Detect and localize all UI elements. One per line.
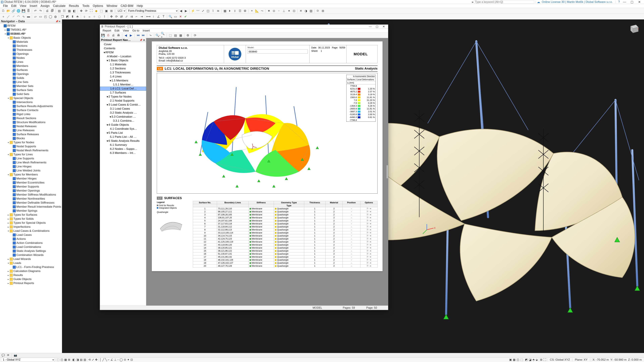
tree-twisty-icon[interactable]: ▸ xyxy=(7,270,10,272)
camera-icon[interactable]: 📷 xyxy=(13,354,18,357)
view-cube[interactable]: -x xyxy=(627,22,641,35)
report-tree-item[interactable]: ▾1 Basic Objects xyxy=(100,58,146,62)
pin-icon[interactable]: 📌 xyxy=(56,20,58,23)
tools-1-icon[interactable]: ☲ xyxy=(238,8,242,13)
tree-item[interactable]: Member Sets xyxy=(0,84,62,88)
report-tree-item[interactable]: 6.3 Members – Int… xyxy=(100,151,146,155)
tree-twisty-icon[interactable]: ▾ xyxy=(7,230,10,232)
sb-l-icon[interactable]: │ xyxy=(100,358,102,362)
tree-item[interactable]: Member Hinges xyxy=(0,177,62,181)
arc-icon[interactable]: ◠ xyxy=(16,14,21,19)
sb-e-icon[interactable]: ◧ xyxy=(72,358,75,362)
sb-m-icon[interactable]: ╱ xyxy=(102,358,104,362)
snap-node-icon[interactable]: ✷ xyxy=(266,8,271,13)
sb-r-icon[interactable]: ◦ xyxy=(118,358,118,362)
project-nav-icon[interactable]: ☷ xyxy=(62,8,66,13)
menu-window[interactable]: Window xyxy=(105,4,119,8)
report-tree-item[interactable]: ▾RFEM xyxy=(100,50,146,54)
sb-t-icon[interactable]: ⊙ xyxy=(124,358,126,362)
menu-results[interactable]: Results xyxy=(67,4,81,8)
sb-w-icon[interactable]: ▣ xyxy=(509,358,512,362)
tree-twisty-icon[interactable]: ▾ xyxy=(107,123,108,127)
tree-item[interactable]: Actions xyxy=(0,237,62,241)
tree-twisty-icon[interactable]: ▸ xyxy=(7,258,10,260)
tree-item[interactable]: Action Combinations xyxy=(0,241,62,245)
tree-item[interactable]: Member Springs xyxy=(0,209,62,213)
rotate-view-icon[interactable]: ⟳ xyxy=(84,8,88,13)
sb-h-icon[interactable]: ▥ xyxy=(84,358,86,362)
sb-j-icon[interactable]: ⤢ xyxy=(92,358,94,362)
tree-twisty-icon[interactable]: ▾ xyxy=(7,37,10,39)
snap-grid-icon[interactable]: ⊡ xyxy=(292,8,296,13)
select-rect-icon[interactable]: ▭ xyxy=(173,14,178,19)
report-minimize-button[interactable]: — xyxy=(367,25,374,28)
tree-item[interactable]: ▸Imperfections xyxy=(0,225,62,229)
report-prev-icon[interactable]: ◀ xyxy=(124,33,128,38)
wireframe-icon[interactable]: ⬚ xyxy=(99,8,104,13)
tree-item[interactable]: Member Nonlinearities xyxy=(0,197,62,201)
member-icon[interactable]: ▬ xyxy=(26,14,31,19)
menu-assign[interactable]: Assign xyxy=(39,4,51,8)
loadcase-id-combo[interactable]: LC1 xyxy=(116,9,126,13)
tree-item[interactable]: ▸Types for Solids xyxy=(0,217,62,221)
report-tree-item[interactable]: Contents xyxy=(100,46,146,50)
help-icon[interactable]: ? xyxy=(618,0,620,4)
sb-4-icon[interactable]: ⬙ xyxy=(536,358,538,362)
tree-item[interactable]: Surface Sets xyxy=(0,88,62,92)
loadcase-name-combo[interactable]: Form-Finding Prestress xyxy=(126,9,178,13)
tree-twisty-icon[interactable]: ▸ xyxy=(7,214,10,216)
rect3p-icon[interactable]: ◰ xyxy=(43,14,48,19)
tree-item[interactable]: Nodal Mesh Refinements xyxy=(0,148,62,152)
rotate-icon[interactable]: ⟳ xyxy=(114,14,119,19)
report-tree-item[interactable]: 1.6 LC1: Local Def… xyxy=(100,87,146,91)
snap-point-icon[interactable]: ⊙ xyxy=(272,8,276,13)
3d-viewport[interactable]: x -x 🗎 Printout Report - [ 1 ] — ▢ ✕ xyxy=(62,19,644,353)
menu-view[interactable]: View xyxy=(18,4,28,8)
report-tree-item[interactable]: ▾3.3 Combination … xyxy=(100,115,146,119)
report-tree-item[interactable]: ▾2 Types for Nodes xyxy=(100,95,146,99)
report-settings-icon[interactable]: ⚙ xyxy=(186,33,190,38)
tree-item[interactable]: Nodal Supports xyxy=(0,144,62,148)
tree-twisty-icon[interactable]: ▸ xyxy=(7,274,10,276)
minimize-button[interactable]: — xyxy=(621,0,628,4)
tree-item[interactable]: Blocks xyxy=(0,136,62,140)
opening-icon[interactable]: ◍ xyxy=(53,14,58,19)
animation-icon[interactable]: ⏵ xyxy=(228,8,232,13)
menu-cad-bim[interactable]: CAD-BIM xyxy=(119,4,135,8)
sb-v-icon[interactable]: ⊡ xyxy=(130,358,133,362)
tree-item[interactable]: ▸Guide Objects xyxy=(0,277,62,281)
report-tree-item[interactable]: 3.2 Static Analysis … xyxy=(100,111,146,115)
save-all-icon[interactable]: 🗄 xyxy=(26,8,31,13)
sb-s-icon[interactable]: ◯ xyxy=(120,358,123,362)
tree-item[interactable]: ▾Load Cases & Combinations xyxy=(0,229,62,233)
sb-d-icon[interactable]: ⊞ xyxy=(68,358,70,362)
tree-twisty-icon[interactable]: ▾ xyxy=(7,173,10,176)
calculate-icon[interactable]: ⚡ xyxy=(190,8,195,13)
view-deform-icon[interactable]: ⤳ xyxy=(260,8,264,13)
tree-twisty-icon[interactable]: ▾ xyxy=(110,79,111,82)
tree-item[interactable]: Line Hinges xyxy=(0,165,62,169)
preview-icon[interactable]: ◧ xyxy=(72,8,77,13)
delete-icon[interactable]: ✕ xyxy=(178,14,183,19)
find-icon[interactable]: 🔍 xyxy=(168,14,173,19)
spring-icon[interactable]: ⌇ xyxy=(102,14,107,19)
chat-icon[interactable]: 💬 xyxy=(1,354,5,357)
offset-icon[interactable]: ⇉ xyxy=(129,14,134,19)
report-menu-report[interactable]: Report xyxy=(101,29,113,32)
support-line-icon[interactable]: ⏛ xyxy=(87,14,92,19)
tree-item[interactable]: Members xyxy=(0,64,62,68)
redo-icon[interactable]: ↷ xyxy=(38,8,43,13)
tree-twisty-icon[interactable]: ▾ xyxy=(107,131,108,135)
sb-b-icon[interactable]: ◫ xyxy=(60,358,63,362)
tree-item[interactable]: ▾Special Objects xyxy=(0,96,62,100)
move-copy-icon[interactable]: ✥ xyxy=(109,14,114,19)
tree-item[interactable]: ▸Load Wizards xyxy=(0,257,62,261)
report-menu-edit[interactable]: Edit xyxy=(113,29,121,32)
status-cs-combo[interactable]: 1 - Global XYZ xyxy=(1,358,55,362)
sb-3-icon[interactable]: ⬘ xyxy=(532,358,535,362)
show-results-icon[interactable]: ▦ xyxy=(222,8,227,13)
misc-a-icon[interactable]: ⛭ xyxy=(316,8,320,13)
zoom-fit-icon[interactable]: ⛶ xyxy=(89,8,94,13)
report-tree-item[interactable]: 6.1 Summary xyxy=(100,143,146,147)
sb-a-icon[interactable]: ⬚ xyxy=(57,358,60,362)
